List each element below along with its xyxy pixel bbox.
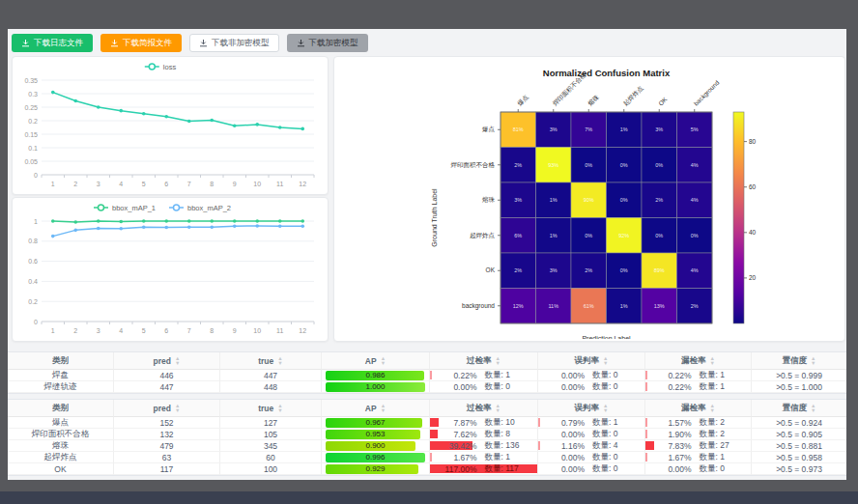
- column-header-ap[interactable]: AP▲▼: [322, 400, 430, 417]
- rate-text: 0.00%数量: 0: [544, 381, 639, 393]
- column-header-true[interactable]: true▲▼: [220, 352, 322, 370]
- download-log-button[interactable]: 下载日志文件: [12, 34, 93, 52]
- column-header-label: 类别: [52, 355, 69, 367]
- x-tick-label: 5: [142, 181, 146, 187]
- sort-icon: ▲▼: [710, 404, 715, 412]
- download-icon: [21, 39, 30, 47]
- column-header-miss[interactable]: 漏检率▲▼: [645, 400, 752, 417]
- x-tick-label: 6: [164, 327, 168, 334]
- download-encrypted-model-button[interactable]: 下载加密模型: [287, 34, 368, 52]
- matrix-cell-value: 2%: [514, 162, 522, 168]
- y-tick-label: 0.05: [24, 158, 38, 165]
- column-header-pred[interactable]: pred▲▼: [114, 352, 220, 370]
- cell-pred: 132: [114, 429, 220, 440]
- matrix-cell-value: 93%: [548, 162, 558, 168]
- cell-pred: 446: [114, 370, 220, 381]
- legend-label: bbox_mAP_1: [112, 204, 156, 212]
- row-label: 熔珠: [482, 196, 496, 204]
- rate-text: 0.22%数量: 1: [437, 370, 531, 381]
- column-header-over[interactable]: 过检率▲▼: [430, 352, 538, 370]
- matrix-cell-value: 7%: [585, 126, 592, 132]
- rate-bar: [538, 441, 540, 450]
- rate-bar: [645, 453, 647, 462]
- matrix-cell-value: 1%: [620, 126, 628, 132]
- table-row: 焊印面积不合格1321050.9537.62%数量: 80.00%数量: 01.…: [8, 429, 846, 440]
- rate-text: 1.16%数量: 4: [544, 440, 639, 452]
- column-label: background: [693, 78, 722, 107]
- rate-count: 数量: 0: [485, 381, 531, 393]
- cell-missed-detection: 1.67%数量: 1: [645, 452, 752, 463]
- matrix-cell-value: 0%: [620, 197, 628, 203]
- rate-count: 数量: 0: [592, 381, 639, 393]
- column-header-label: true: [258, 404, 273, 413]
- column-header-mis[interactable]: 误判率▲▼: [538, 400, 645, 417]
- matrix-cell-value: 2%: [585, 267, 592, 273]
- cell-class-name: OK: [8, 463, 114, 475]
- series-line: [53, 226, 303, 237]
- x-tick-label: 8: [210, 327, 214, 334]
- rate-text: 0.00%数量: 0: [544, 463, 639, 475]
- column-header-over[interactable]: 过检率▲▼: [430, 400, 538, 417]
- sort-icon: ▲▼: [496, 356, 500, 365]
- matrix-cell-value: 0%: [655, 162, 663, 168]
- map-chart-card: 00.20.40.60.81123456789101112bbox_mAP_1b…: [12, 197, 329, 342]
- series-line: [53, 221, 303, 222]
- column-header-conf[interactable]: 置信度▲▼: [752, 352, 846, 370]
- matrix-cell-value: 92%: [618, 233, 629, 238]
- ap-value: 0.996: [326, 453, 425, 462]
- column-header-conf[interactable]: 置信度▲▼: [752, 400, 846, 417]
- column-header-mis[interactable]: 误判率▲▼: [538, 352, 645, 370]
- data-point: [278, 126, 282, 129]
- rate-count: 数量: 10: [485, 417, 531, 429]
- rate-text: 0.00%数量: 0: [437, 381, 531, 393]
- column-header-miss[interactable]: 漏检率▲▼: [645, 352, 752, 370]
- legend-item[interactable]: bbox_mAP_1: [94, 204, 156, 212]
- column-header-label: 漏检率: [681, 403, 706, 414]
- legend-item[interactable]: loss: [145, 63, 177, 71]
- sort-icon: ▲▼: [277, 356, 282, 365]
- rate-count: 数量: 27: [700, 440, 746, 452]
- column-header-pred[interactable]: pred▲▼: [114, 400, 220, 417]
- x-tick-label: 5: [142, 327, 146, 334]
- summary-metrics-table: 类别pred▲▼true▲▼AP▲▼过检率▲▼误判率▲▼漏检率▲▼置信度▲▼焊盘…: [8, 351, 846, 394]
- x-tick-label: 9: [233, 181, 237, 187]
- x-tick-label: 7: [187, 181, 191, 187]
- x-tick-label: 10: [253, 181, 261, 187]
- x-tick-label: 11: [276, 181, 283, 187]
- ap-bar-track: 0.967: [326, 418, 425, 428]
- x-axis-title: Prediction Label: [582, 335, 631, 339]
- column-header-label: AP: [365, 404, 377, 413]
- cell-confidence: >0.5 = 0.881: [752, 440, 846, 452]
- rate-count: 数量: 2: [700, 417, 746, 429]
- cell-missed-detection: 0.00%数量: 0: [645, 463, 752, 475]
- cell-confidence: >0.5 = 0.999: [752, 370, 846, 381]
- row-label: 焊印面积不合格: [451, 161, 496, 169]
- ap-value: 0.986: [326, 371, 425, 380]
- column-header-true[interactable]: true▲▼: [220, 400, 322, 417]
- column-header-label: 过检率: [467, 355, 492, 367]
- ap-value: 0.967: [326, 418, 425, 428]
- table-row: 焊缝轨迹4474481.0000.00%数量: 00.00%数量: 00.22%…: [8, 381, 846, 393]
- matrix-cell-value: 13%: [654, 303, 665, 309]
- sort-icon: ▲▼: [175, 356, 180, 365]
- cell-pred: 117: [114, 463, 220, 475]
- rate-count: 数量: 1: [700, 370, 746, 381]
- download-unencrypted-model-button[interactable]: 下载非加密模型: [189, 34, 279, 52]
- rate-text: 0.00%数量: 0: [544, 452, 639, 463]
- column-header-ap[interactable]: AP▲▼: [322, 352, 430, 370]
- legend-item[interactable]: bbox_mAP_2: [169, 204, 231, 212]
- rate-value: 0.00%: [651, 464, 692, 474]
- matrix-cell-value: 0%: [620, 267, 628, 273]
- column-header-label: 误判率: [575, 403, 600, 414]
- matrix-cell-value: 81%: [513, 126, 524, 132]
- rate-value: 117.00%: [437, 464, 477, 474]
- rate-count: 数量: 8: [485, 429, 531, 440]
- download-report-button[interactable]: 下载简报文件: [100, 34, 182, 52]
- matrix-cell-value: 3%: [514, 197, 522, 203]
- matrix-cell-value: 0%: [620, 162, 628, 168]
- x-tick-label: 12: [299, 181, 306, 187]
- y-tick-label: 0.15: [24, 131, 38, 138]
- data-point: [210, 219, 214, 223]
- y-tick-label: 1: [34, 218, 38, 225]
- matrix-cell-value: 12%: [513, 303, 524, 309]
